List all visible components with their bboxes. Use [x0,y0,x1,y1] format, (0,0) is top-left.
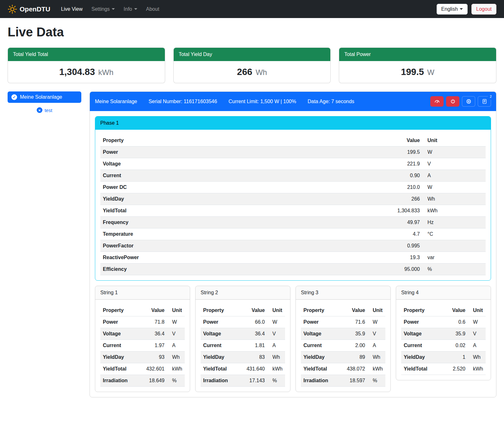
value-cell: 438.072 [342,363,368,375]
value-cell: 17.143 [241,375,267,387]
column-header: Property [100,305,141,316]
table-row: Power71.8W [100,316,185,328]
string-3-table: PropertyValueUnitPower71.6WVoltage35.9VC… [301,305,385,387]
value-cell: 66.0 [241,316,267,328]
sun-logo-icon [8,4,17,14]
inverter-data-age: Data Age: 7 seconds [308,99,354,104]
value-cell: 19.3 [378,252,422,264]
nav-item-settings[interactable]: Settings [88,4,119,15]
table-row: Voltage35.9V [401,328,486,340]
value-cell: 4.7 [378,228,422,240]
nav-item-info[interactable]: Info [120,4,141,15]
top-navbar: OpenDTU Live View Settings Info About En… [0,0,504,18]
table-row: Power71.6W [301,316,385,328]
table-row: YieldTotal431.640kWh [201,363,285,375]
table-row: Efficiency95.000% [100,264,486,275]
table-row: Power DC210.0W [100,182,486,193]
phase-card-title: Phase 1 [95,116,491,130]
column-header: Unit [422,135,486,146]
property-cell: Irradiation [201,375,241,387]
unit-cell: W [167,316,185,328]
inverter-toolbar: 2 [430,96,491,107]
table-row: ReactivePower19.3var [100,252,486,264]
table-header-row: PropertyValueUnit [401,305,486,316]
nav-item-live-view[interactable]: Live View [57,4,86,15]
total-yield-day-value: 266 [237,67,252,77]
property-cell: YieldTotal [100,363,141,375]
nav-item-about[interactable]: About [142,4,163,15]
limit-settings-button[interactable] [430,96,444,107]
inverter-sidebar: ✓ Meine Solaranlage × test [8,91,81,113]
property-cell: Temperature [100,228,378,240]
column-header: Unit [368,305,385,316]
logout-button[interactable]: Logout [471,4,496,15]
value-cell: 1.97 [141,340,167,352]
unit-cell: W [468,316,486,328]
check-circle-icon: ✓ [11,94,17,100]
unit-cell: kWh [267,363,285,375]
value-cell: 83 [241,352,267,363]
table-header-row: PropertyValueUnit [100,135,486,146]
property-cell: YieldDay [401,352,442,363]
unit-cell: V [267,328,285,340]
unit-cell: % [167,375,185,387]
event-log-button[interactable]: 2 [478,96,491,107]
string-4-card: String 4 PropertyValueUnitPower0.6WVolta… [396,286,491,380]
brand-name: OpenDTU [20,5,50,13]
property-cell: Voltage [100,328,141,340]
table-row: Irradiation18.649% [100,375,185,387]
string-4-table: PropertyValueUnitPower0.6WVoltage35.9VCu… [401,305,486,375]
value-cell: 1,304.833 [378,205,422,217]
property-cell: Current [401,340,442,352]
unit-cell: W [368,316,385,328]
property-cell: Voltage [100,158,378,170]
value-cell: 1 [442,352,468,363]
total-yield-total-value: 1,304.83 [59,67,95,77]
unit-cell: V [422,158,486,170]
property-cell: YieldTotal [100,205,378,217]
table-header-row: PropertyValueUnit [201,305,285,316]
power-button[interactable] [446,96,459,107]
property-cell: YieldDay [100,193,378,205]
x-circle-icon: × [37,107,42,113]
table-header-row: PropertyValueUnit [301,305,385,316]
total-power-unit: W [427,68,434,77]
table-row: YieldTotal438.072kWh [301,363,385,375]
value-cell: 2.520 [442,363,468,375]
unit-cell: A [167,340,185,352]
app-brand[interactable]: OpenDTU [8,4,50,14]
table-row: Current2.00A [301,340,385,352]
string-2-card: String 2 PropertyValueUnitPower66.0WVolt… [195,286,290,392]
sidebar-item-meine-solaranlage[interactable]: ✓ Meine Solaranlage [8,91,81,103]
event-count-badge: 2 [488,94,494,100]
value-cell: 0.02 [442,340,468,352]
property-cell: Efficiency [100,264,378,275]
sidebar-item-test[interactable]: × test [8,107,81,113]
unit-cell: V [468,328,486,340]
unit-cell: % [368,375,385,387]
phase-card: Phase 1 PropertyValueUnitPower199.5WVolt… [95,116,491,281]
nav-item-label: Info [124,6,132,12]
column-header: Value [241,305,267,316]
unit-cell: A [422,170,486,182]
device-info-button[interactable] [462,96,475,107]
language-select[interactable]: English [437,4,468,15]
value-cell: 18.597 [342,375,368,387]
string-3-card: String 3 PropertyValueUnitPower71.6WVolt… [296,286,391,392]
card-title: Total Power [339,48,496,61]
table-row: Current0.02A [401,340,486,352]
property-cell: YieldDay [301,352,342,363]
value-cell: 0.6 [442,316,468,328]
property-cell: YieldTotal [201,363,241,375]
unit-cell: V [368,328,385,340]
unit-cell: kWh [422,205,486,217]
string-1-table: PropertyValueUnitPower71.8WVoltage36.4VC… [100,305,185,387]
property-cell: Current [301,340,342,352]
value-cell: 95.000 [378,264,422,275]
table-row: Current1.97A [100,340,185,352]
unit-cell [422,240,486,252]
table-row: Voltage36.4V [201,328,285,340]
value-cell: 18.649 [141,375,167,387]
inverter-card-header: Meine Solaranlage Serial Number: 1161716… [90,92,496,111]
table-row: YieldTotal2.520kWh [401,363,486,375]
